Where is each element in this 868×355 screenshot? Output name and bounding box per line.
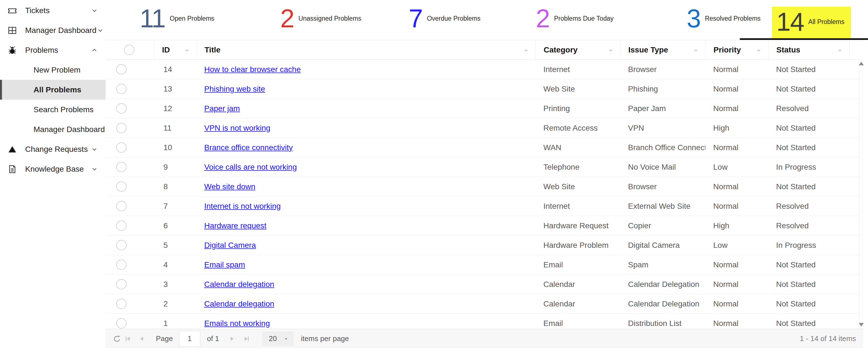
previous-page-icon[interactable] xyxy=(137,334,146,344)
problem-title-link[interactable]: How to clear browser cache xyxy=(204,65,301,74)
cell-status: In Progress xyxy=(768,241,849,250)
sidebar-item-label: Manager Dashboard xyxy=(25,26,96,35)
problem-title-link[interactable]: Paper jam xyxy=(204,104,240,113)
column-menu-icon[interactable] xyxy=(755,47,762,53)
cell-title: Web site down xyxy=(196,182,535,191)
problem-title-link[interactable]: Brance office connectivity xyxy=(204,143,293,152)
cell-priority: Normal xyxy=(705,104,768,113)
stat-tab-overdue-problems[interactable]: 7Overdue Problems xyxy=(409,5,480,32)
scroll-down-icon[interactable] xyxy=(859,323,864,326)
cell-status: Not Started xyxy=(768,123,849,133)
cell-issue-type: VPN xyxy=(620,123,705,133)
row-checkbox[interactable] xyxy=(116,123,127,133)
column-menu-icon[interactable] xyxy=(523,47,529,53)
problem-title-link[interactable]: Calendar delegation xyxy=(204,280,274,289)
first-page-icon[interactable] xyxy=(123,334,132,344)
column-header-priority[interactable]: Priority xyxy=(705,40,768,60)
column-menu-icon[interactable] xyxy=(836,47,843,53)
column-header-issue-type[interactable]: Issue Type xyxy=(620,40,705,60)
row-select-cell xyxy=(105,298,154,309)
cell-title: Calendar delegation xyxy=(196,299,535,308)
main-content: 11Open Problems2Unassigned Problems7Over… xyxy=(105,0,868,355)
sidebar-item-problems[interactable]: Problems xyxy=(0,40,105,60)
cell-priority: Low xyxy=(705,163,768,172)
next-page-icon[interactable] xyxy=(227,334,237,344)
row-checkbox[interactable] xyxy=(116,220,127,231)
refresh-icon[interactable] xyxy=(112,334,122,344)
row-checkbox[interactable] xyxy=(116,318,127,328)
row-checkbox[interactable] xyxy=(116,64,127,74)
cell-status: Not Started xyxy=(768,280,849,289)
chevron-down-icon xyxy=(96,27,104,34)
row-checkbox[interactable] xyxy=(116,298,127,309)
table-row: 8Web site downWeb SiteBrowserNormalNot S… xyxy=(105,177,863,197)
cell-priority: Normal xyxy=(705,280,768,289)
problem-title-link[interactable]: Emails not working xyxy=(204,319,270,328)
row-checkbox[interactable] xyxy=(116,142,127,153)
column-header-category[interactable]: Category xyxy=(535,40,620,60)
cell-id: 2 xyxy=(154,299,196,308)
row-select-cell xyxy=(105,240,154,250)
cell-status: Not Started xyxy=(768,65,849,74)
stat-tab-resolved-problems[interactable]: 3Resolved Problems xyxy=(687,5,761,32)
problem-title-link[interactable]: Digital Camera xyxy=(204,241,256,249)
header-filler xyxy=(849,40,863,60)
cell-status: In Progress xyxy=(768,163,849,172)
stats-row: 11Open Problems2Unassigned Problems7Over… xyxy=(105,0,868,40)
page-number-input[interactable] xyxy=(179,331,200,347)
stat-label: All Problems xyxy=(808,18,844,26)
row-checkbox[interactable] xyxy=(116,181,127,192)
column-header-id[interactable]: ID xyxy=(154,40,196,60)
sidebar-item-tickets[interactable]: Tickets xyxy=(0,1,105,21)
cell-category: Printing xyxy=(535,104,620,113)
cell-title: VPN is not working xyxy=(196,123,535,133)
triangle-icon xyxy=(7,144,18,155)
column-header-title[interactable]: Title xyxy=(196,40,535,60)
problem-title-link[interactable]: Calendar delegation xyxy=(204,299,274,308)
cell-id: 8 xyxy=(154,182,196,191)
table-row: 12Paper jamPrintingPaper JamNormalResolv… xyxy=(105,99,863,118)
scroll-up-icon[interactable] xyxy=(859,62,864,65)
stat-tab-problems-due-today[interactable]: 2Problems Due Today xyxy=(536,5,614,32)
problem-title-link[interactable]: Web site down xyxy=(204,182,255,191)
sidebar-subitem-all-problems[interactable]: All Problems xyxy=(0,80,105,100)
table-row: 3Calendar delegationCalendarCalendar Del… xyxy=(105,275,863,294)
vertical-scrollbar[interactable] xyxy=(859,60,863,329)
last-page-icon[interactable] xyxy=(242,334,251,344)
sidebar-item-knowledge-base[interactable]: Knowledge Base xyxy=(0,159,105,179)
column-menu-icon[interactable] xyxy=(692,47,699,53)
sidebar-item-manager-dashboard[interactable]: Manager Dashboard xyxy=(0,21,105,40)
stat-tab-open-problems[interactable]: 11Open Problems xyxy=(140,5,214,32)
sidebar-subitem-new-problem[interactable]: New Problem xyxy=(0,60,105,80)
page-size-dropdown[interactable]: 20 xyxy=(262,331,293,346)
problem-title-link[interactable]: Voice calls are not working xyxy=(204,163,297,171)
row-checkbox[interactable] xyxy=(116,162,127,172)
cell-category: Web Site xyxy=(535,84,620,94)
problem-title-link[interactable]: Hardware request xyxy=(204,221,267,230)
table-row: 9Voice calls are not workingTelephoneNo … xyxy=(105,157,863,177)
dashboard-icon xyxy=(7,25,18,36)
problem-title-link[interactable]: Phishing web site xyxy=(204,84,265,93)
row-checkbox[interactable] xyxy=(116,279,127,289)
row-checkbox[interactable] xyxy=(116,84,127,94)
column-header-label: Category xyxy=(544,45,578,55)
row-select-cell xyxy=(105,220,154,231)
column-menu-icon[interactable] xyxy=(184,47,190,53)
sidebar-subitem-search-problems[interactable]: Search Problems xyxy=(0,100,105,119)
problem-title-link[interactable]: Email spam xyxy=(204,260,245,269)
cell-priority: Low xyxy=(705,241,768,250)
row-checkbox[interactable] xyxy=(116,103,127,114)
stat-tab-all-problems[interactable]: 14All Problems xyxy=(772,7,851,39)
row-checkbox[interactable] xyxy=(116,240,127,250)
column-header-status[interactable]: Status xyxy=(768,40,849,60)
stat-tab-unassigned-problems[interactable]: 2Unassigned Problems xyxy=(280,5,361,32)
row-checkbox[interactable] xyxy=(116,201,127,211)
sidebar-item-change-requests[interactable]: Change Requests xyxy=(0,139,105,159)
sidebar-subitem-manager-dashboard[interactable]: Manager Dashboard xyxy=(0,119,105,139)
row-checkbox[interactable] xyxy=(116,259,127,270)
problem-title-link[interactable]: VPN is not working xyxy=(204,123,271,132)
column-menu-icon[interactable] xyxy=(607,47,614,53)
select-all-checkbox[interactable] xyxy=(124,45,134,55)
problem-title-link[interactable]: Internet is not working xyxy=(204,202,281,210)
cell-title: Emails not working xyxy=(196,319,535,328)
